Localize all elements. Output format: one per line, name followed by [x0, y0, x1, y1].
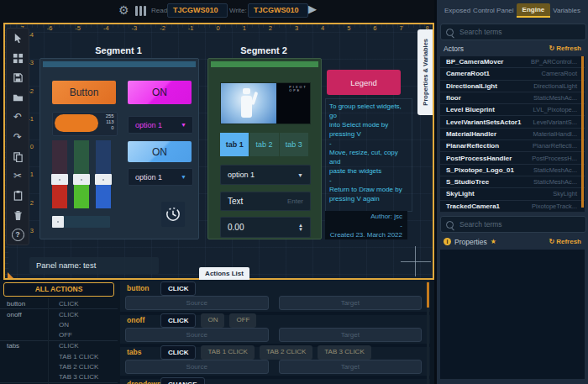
- action-row[interactable]: OFF: [0, 330, 118, 340]
- target-input[interactable]: [279, 296, 423, 310]
- properties-refresh-button[interactable]: ↻Refresh: [549, 238, 582, 245]
- segment1-button-widget[interactable]: Button: [52, 81, 116, 104]
- action-chip[interactable]: CLICK: [160, 281, 196, 296]
- sidebar-tab[interactable]: Exposed: [444, 7, 470, 14]
- action-chip[interactable]: TAB 2 CLICK: [260, 345, 312, 360]
- segment1-toggle-on-blue[interactable]: ON: [128, 141, 192, 162]
- copy-icon[interactable]: [7, 146, 29, 166]
- horizontal-slider[interactable]: [52, 216, 110, 228]
- actor-row[interactable]: DirectionalLight DirectionalLight: [440, 81, 585, 92]
- redo-icon[interactable]: ↷: [7, 127, 29, 146]
- segment2-image-widget[interactable]: P I X O T O P E: [220, 82, 311, 124]
- spinner-down-icon[interactable]: ▼: [298, 228, 303, 232]
- actions-list-tab[interactable]: Actions List: [199, 267, 249, 280]
- spinner-arrows[interactable]: ▲ ▼: [298, 224, 310, 232]
- widgets-grid-icon[interactable]: [7, 48, 29, 67]
- read-input[interactable]: TJCGWS010: [167, 3, 228, 18]
- segment1-toggle-on-magenta[interactable]: ON: [128, 81, 192, 104]
- actor-row[interactable]: S_Pixotope_Logo_01 StaticMeshAc...: [440, 165, 585, 176]
- actor-row[interactable]: PlanarReflection PlanarReflecti...: [440, 140, 585, 152]
- scrollbar-thumb[interactable]: [581, 56, 584, 208]
- actor-row[interactable]: SkyLight SkyLight: [440, 188, 585, 200]
- green-slider[interactable]: [74, 140, 89, 208]
- segment2-text-input[interactable]: Text Enter: [220, 192, 311, 211]
- sidebar-tab[interactable]: Control Panel: [473, 7, 513, 14]
- properties-search[interactable]: [440, 216, 586, 233]
- blue-slider[interactable]: [96, 140, 111, 208]
- actors-refresh-button[interactable]: ↻Refresh: [549, 45, 582, 52]
- actor-row[interactable]: BP_CameraMover BP_ARControl...: [440, 56, 585, 68]
- action-row[interactable]: TAB 1 CLICK: [0, 351, 118, 361]
- timer-widget[interactable]: [161, 202, 185, 227]
- slider-handle[interactable]: [95, 174, 112, 185]
- sidebar-tab[interactable]: Engine: [517, 3, 551, 18]
- action-widget-name: onoff: [0, 311, 55, 318]
- cut-icon[interactable]: ✂: [7, 166, 29, 186]
- action-chip[interactable]: OFF: [229, 313, 256, 328]
- write-label: Write:: [229, 7, 247, 14]
- source-input[interactable]: [125, 360, 269, 374]
- action-chip[interactable]: CLICK: [160, 313, 196, 328]
- tab-button[interactable]: tab 1: [220, 133, 249, 156]
- scrollbar-thumb[interactable]: [427, 282, 429, 308]
- open-folder-icon[interactable]: [7, 87, 29, 107]
- search-input[interactable]: [458, 219, 585, 229]
- segment1-colorpicker-widget[interactable]: 2551130: [52, 112, 118, 136]
- segment2-panel[interactable]: P I X O T O P E tab 1tab 2tab 3 option 1…: [207, 58, 322, 239]
- colorpicker-swatch[interactable]: [55, 114, 98, 132]
- select-tool-icon[interactable]: [7, 29, 29, 48]
- slider-handle[interactable]: [51, 174, 68, 185]
- source-input[interactable]: [125, 296, 269, 310]
- play-button[interactable]: ▶: [308, 3, 317, 15]
- undo-icon[interactable]: ↶: [7, 108, 29, 127]
- source-input[interactable]: [125, 328, 269, 342]
- actor-row[interactable]: CameraRoot1 CameraRoot: [440, 68, 585, 80]
- legend-button[interactable]: Legend: [327, 70, 401, 95]
- target-input[interactable]: [279, 360, 423, 374]
- design-canvas[interactable]: -7-6-5-4-3-2-1012345678 -4-3-2-10123 ↶ ↷: [3, 23, 434, 280]
- actor-row[interactable]: PostProcessHandler PostProcessH...: [440, 152, 585, 164]
- segment1-panel[interactable]: Button ON 2551130 option 1 ▼ ON option 1…: [39, 58, 199, 239]
- actor-name: BP_CameraMover: [440, 58, 531, 66]
- tab-button[interactable]: tab 2: [249, 133, 279, 156]
- segment1-dropdown2[interactable]: option 1 ▼: [128, 168, 193, 186]
- action-chip[interactable]: CHANGE: [160, 377, 205, 384]
- paste-icon[interactable]: [7, 186, 29, 205]
- tab-button[interactable]: tab 3: [280, 133, 309, 156]
- action-chip[interactable]: TAB 3 CLICK: [318, 345, 370, 360]
- action-row[interactable]: ON: [0, 319, 118, 329]
- actor-row[interactable]: Level Blueprint LVL_Pixotope...: [440, 104, 585, 116]
- action-chip[interactable]: CLICK: [160, 345, 196, 360]
- actor-row[interactable]: MaterialHandler MaterialHandl...: [440, 129, 585, 140]
- action-chip[interactable]: TAB 1 CLICK: [201, 345, 254, 360]
- search-input[interactable]: [458, 27, 585, 37]
- target-input[interactable]: [279, 328, 423, 342]
- actor-row[interactable]: S_StudioTree StaticMeshAc...: [440, 176, 585, 188]
- slider-handle[interactable]: [52, 216, 64, 228]
- actor-row[interactable]: floor StaticMeshAc...: [440, 92, 585, 104]
- connections-bars-icon[interactable]: [135, 6, 146, 16]
- sidebar-tab[interactable]: Variables: [553, 7, 580, 14]
- actors-search[interactable]: [440, 24, 586, 40]
- write-input[interactable]: TJCGWS010: [248, 3, 308, 18]
- save-icon[interactable]: [7, 68, 29, 87]
- help-icon[interactable]: ?: [7, 225, 29, 245]
- action-chip[interactable]: ON: [201, 313, 224, 328]
- segment1-dropdown1[interactable]: option 1 ▼: [128, 116, 193, 134]
- favorite-star-icon[interactable]: ★: [491, 238, 496, 245]
- settings-gear-icon[interactable]: ⚙: [118, 3, 129, 17]
- segment2-number-spinner[interactable]: 0.00 ▲ ▼: [220, 217, 311, 238]
- actor-row[interactable]: TrackedCamera1 PixotopeTrack...: [440, 201, 585, 213]
- actor-row[interactable]: LevelVariantSetsActor1 LevelVariantS...: [440, 116, 585, 128]
- slider-handle[interactable]: [73, 174, 90, 185]
- delete-trash-icon[interactable]: [7, 206, 29, 225]
- red-slider[interactable]: [52, 140, 67, 208]
- action-row[interactable]: button CLICK: [0, 298, 118, 308]
- action-row[interactable]: onoff CLICK: [0, 308, 118, 319]
- action-row[interactable]: TAB 2 CLICK: [0, 361, 118, 371]
- action-row[interactable]: TAB 3 CLICK: [0, 371, 118, 381]
- all-actions-button[interactable]: ALL ACTIONS: [3, 282, 114, 297]
- properties-variables-vertical-tab[interactable]: Properties & Variables: [417, 29, 433, 115]
- segment2-dropdown[interactable]: option 1 ▼: [220, 165, 311, 185]
- action-row[interactable]: tabs CLICK: [0, 340, 118, 351]
